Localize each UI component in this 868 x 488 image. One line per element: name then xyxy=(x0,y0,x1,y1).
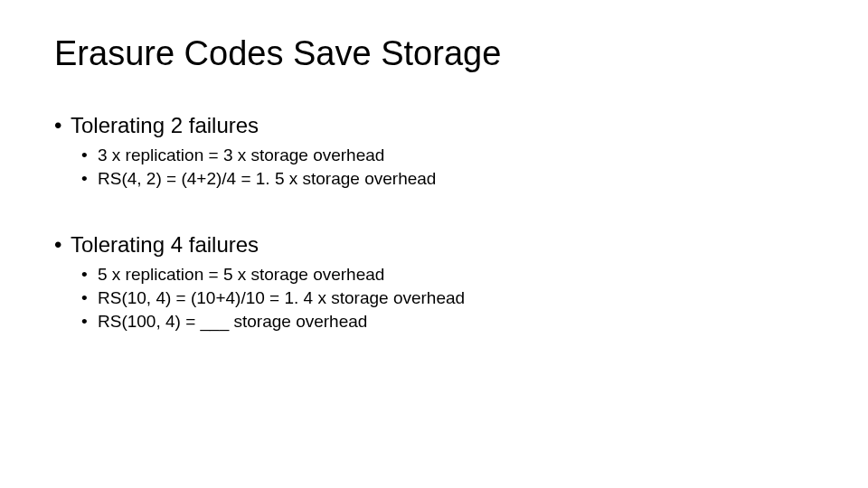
bullet-group-1: Tolerating 2 failures 3 x replication = … xyxy=(54,113,814,189)
bullet-level2: 5 x replication = 5 x storage overhead xyxy=(81,265,814,285)
bullet-level2: RS(10, 4) = (10+4)/10 = 1. 4 x storage o… xyxy=(81,288,814,308)
bullet-group-2: Tolerating 4 failures 5 x replication = … xyxy=(54,232,814,332)
slide-title: Erasure Codes Save Storage xyxy=(54,34,814,73)
bullet-level2: RS(100, 4) = ___ storage overhead xyxy=(81,312,814,332)
bullet-level2: 3 x replication = 3 x storage overhead xyxy=(81,145,814,165)
slide: Erasure Codes Save Storage Tolerating 2 … xyxy=(0,0,868,488)
bullet-level2: RS(4, 2) = (4+2)/4 = 1. 5 x storage over… xyxy=(81,169,814,189)
bullet-level1: Tolerating 4 failures xyxy=(54,232,814,258)
bullet-level1: Tolerating 2 failures xyxy=(54,113,814,138)
